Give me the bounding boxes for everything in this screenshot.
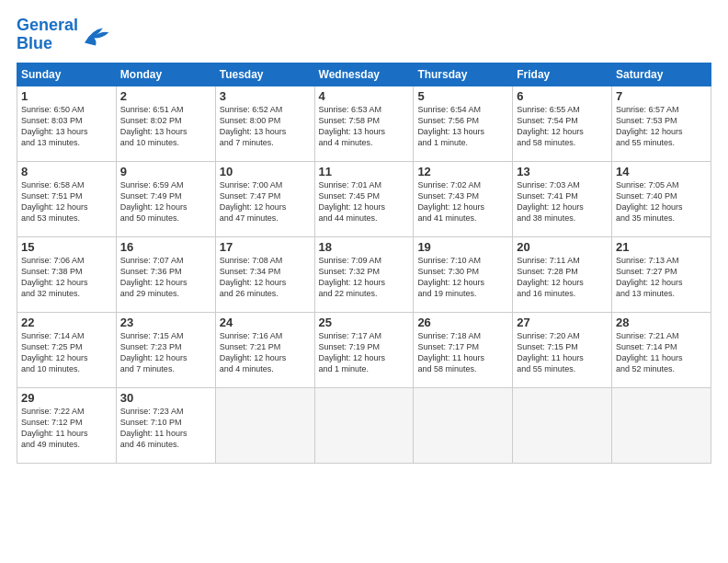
- day-number: 7: [616, 89, 707, 103]
- day-info: Sunrise: 7:08 AM Sunset: 7:34 PM Dayligh…: [220, 255, 311, 300]
- day-number: 4: [319, 89, 410, 103]
- day-info: Sunrise: 7:03 AM Sunset: 7:41 PM Dayligh…: [517, 179, 608, 224]
- day-number: 3: [220, 89, 311, 103]
- col-header-wednesday: Wednesday: [314, 63, 414, 86]
- day-info: Sunrise: 7:16 AM Sunset: 7:21 PM Dayligh…: [220, 330, 311, 375]
- day-info: Sunrise: 7:14 AM Sunset: 7:25 PM Dayligh…: [21, 330, 112, 375]
- day-info: Sunrise: 7:23 AM Sunset: 7:10 PM Dayligh…: [120, 406, 211, 451]
- day-info: Sunrise: 7:00 AM Sunset: 7:47 PM Dayligh…: [220, 179, 311, 224]
- day-info: Sunrise: 7:07 AM Sunset: 7:36 PM Dayligh…: [120, 255, 211, 300]
- day-info: Sunrise: 7:02 AM Sunset: 7:43 PM Dayligh…: [417, 179, 508, 224]
- day-info: Sunrise: 6:57 AM Sunset: 7:53 PM Dayligh…: [616, 104, 707, 149]
- day-number: 10: [220, 165, 311, 178]
- day-cell: 7Sunrise: 6:57 AM Sunset: 7:53 PM Daylig…: [612, 86, 711, 161]
- day-number: 17: [220, 240, 311, 254]
- day-cell: 6Sunrise: 6:55 AM Sunset: 7:54 PM Daylig…: [513, 86, 612, 161]
- day-cell: 2Sunrise: 6:51 AM Sunset: 8:02 PM Daylig…: [116, 86, 215, 161]
- day-cell: 21Sunrise: 7:13 AM Sunset: 7:27 PM Dayli…: [612, 236, 711, 312]
- day-cell: 4Sunrise: 6:53 AM Sunset: 7:58 PM Daylig…: [314, 86, 414, 161]
- col-header-monday: Monday: [116, 63, 215, 86]
- day-info: Sunrise: 7:21 AM Sunset: 7:14 PM Dayligh…: [616, 330, 707, 375]
- col-header-friday: Friday: [513, 63, 612, 86]
- empty-cell: [314, 387, 414, 463]
- day-cell: 17Sunrise: 7:08 AM Sunset: 7:34 PM Dayli…: [215, 236, 314, 312]
- day-cell: 19Sunrise: 7:10 AM Sunset: 7:30 PM Dayli…: [414, 236, 513, 312]
- day-number: 24: [220, 316, 311, 329]
- day-number: 25: [319, 316, 410, 329]
- day-number: 13: [517, 165, 608, 178]
- empty-cell: [612, 387, 711, 463]
- day-cell: 3Sunrise: 6:52 AM Sunset: 8:00 PM Daylig…: [215, 86, 314, 161]
- day-number: 22: [21, 316, 112, 329]
- day-info: Sunrise: 6:55 AM Sunset: 7:54 PM Dayligh…: [517, 104, 608, 149]
- day-info: Sunrise: 7:09 AM Sunset: 7:32 PM Dayligh…: [319, 255, 410, 300]
- day-info: Sunrise: 6:59 AM Sunset: 7:49 PM Dayligh…: [120, 179, 211, 224]
- calendar-week-row: 8Sunrise: 6:58 AM Sunset: 7:51 PM Daylig…: [17, 161, 711, 236]
- day-info: Sunrise: 7:11 AM Sunset: 7:28 PM Dayligh…: [517, 255, 608, 300]
- day-cell: 12Sunrise: 7:02 AM Sunset: 7:43 PM Dayli…: [414, 161, 513, 236]
- day-cell: 24Sunrise: 7:16 AM Sunset: 7:21 PM Dayli…: [215, 312, 314, 387]
- calendar-week-row: 22Sunrise: 7:14 AM Sunset: 7:25 PM Dayli…: [17, 312, 711, 387]
- empty-cell: [414, 387, 513, 463]
- day-cell: 27Sunrise: 7:20 AM Sunset: 7:15 PM Dayli…: [513, 312, 612, 387]
- logo-blue: Blue: [17, 35, 78, 53]
- day-cell: 13Sunrise: 7:03 AM Sunset: 7:41 PM Dayli…: [513, 161, 612, 236]
- day-number: 5: [417, 89, 508, 103]
- day-cell: 20Sunrise: 7:11 AM Sunset: 7:28 PM Dayli…: [513, 236, 612, 312]
- day-number: 23: [120, 316, 211, 329]
- day-cell: 15Sunrise: 7:06 AM Sunset: 7:38 PM Dayli…: [17, 236, 117, 312]
- day-info: Sunrise: 6:53 AM Sunset: 7:58 PM Dayligh…: [319, 104, 410, 149]
- day-info: Sunrise: 7:05 AM Sunset: 7:40 PM Dayligh…: [616, 179, 707, 224]
- day-info: Sunrise: 7:20 AM Sunset: 7:15 PM Dayligh…: [517, 330, 608, 375]
- day-info: Sunrise: 7:22 AM Sunset: 7:12 PM Dayligh…: [21, 406, 112, 451]
- day-info: Sunrise: 7:18 AM Sunset: 7:17 PM Dayligh…: [417, 330, 508, 375]
- day-cell: 29Sunrise: 7:22 AM Sunset: 7:12 PM Dayli…: [17, 387, 117, 463]
- day-number: 28: [616, 316, 707, 329]
- calendar-week-row: 1Sunrise: 6:50 AM Sunset: 8:03 PM Daylig…: [17, 86, 711, 161]
- day-number: 26: [417, 316, 508, 329]
- logo: General Blue: [17, 17, 110, 53]
- day-info: Sunrise: 7:15 AM Sunset: 7:23 PM Dayligh…: [120, 330, 211, 375]
- day-cell: 8Sunrise: 6:58 AM Sunset: 7:51 PM Daylig…: [17, 161, 117, 236]
- day-info: Sunrise: 6:52 AM Sunset: 8:00 PM Dayligh…: [220, 104, 311, 149]
- day-number: 12: [417, 165, 508, 178]
- day-info: Sunrise: 7:13 AM Sunset: 7:27 PM Dayligh…: [616, 255, 707, 300]
- day-number: 15: [21, 240, 112, 254]
- empty-cell: [513, 387, 612, 463]
- day-cell: 30Sunrise: 7:23 AM Sunset: 7:10 PM Dayli…: [116, 387, 215, 463]
- day-info: Sunrise: 7:06 AM Sunset: 7:38 PM Dayligh…: [21, 255, 112, 300]
- header: General Blue: [17, 17, 711, 53]
- col-header-sunday: Sunday: [17, 63, 117, 86]
- logo-bird-icon: [81, 22, 110, 48]
- col-header-thursday: Thursday: [414, 63, 513, 86]
- day-cell: 23Sunrise: 7:15 AM Sunset: 7:23 PM Dayli…: [116, 312, 215, 387]
- day-info: Sunrise: 6:58 AM Sunset: 7:51 PM Dayligh…: [21, 179, 112, 224]
- day-cell: 10Sunrise: 7:00 AM Sunset: 7:47 PM Dayli…: [215, 161, 314, 236]
- day-number: 8: [21, 165, 112, 178]
- col-header-saturday: Saturday: [612, 63, 711, 86]
- day-number: 1: [21, 89, 112, 103]
- day-cell: 16Sunrise: 7:07 AM Sunset: 7:36 PM Dayli…: [116, 236, 215, 312]
- day-cell: 14Sunrise: 7:05 AM Sunset: 7:40 PM Dayli…: [612, 161, 711, 236]
- calendar-page: General Blue SundayMondayTuesdayWednesda…: [0, 0, 728, 473]
- day-info: Sunrise: 6:50 AM Sunset: 8:03 PM Dayligh…: [21, 104, 112, 149]
- day-cell: 11Sunrise: 7:01 AM Sunset: 7:45 PM Dayli…: [314, 161, 414, 236]
- calendar-table: SundayMondayTuesdayWednesdayThursdayFrid…: [17, 63, 711, 464]
- day-number: 18: [319, 240, 410, 254]
- day-cell: 22Sunrise: 7:14 AM Sunset: 7:25 PM Dayli…: [17, 312, 117, 387]
- day-info: Sunrise: 7:17 AM Sunset: 7:19 PM Dayligh…: [319, 330, 410, 375]
- day-number: 14: [616, 165, 707, 178]
- day-number: 9: [120, 165, 211, 178]
- col-header-tuesday: Tuesday: [215, 63, 314, 86]
- day-info: Sunrise: 7:10 AM Sunset: 7:30 PM Dayligh…: [417, 255, 508, 300]
- day-cell: 1Sunrise: 6:50 AM Sunset: 8:03 PM Daylig…: [17, 86, 117, 161]
- empty-cell: [215, 387, 314, 463]
- calendar-week-row: 29Sunrise: 7:22 AM Sunset: 7:12 PM Dayli…: [17, 387, 711, 463]
- day-info: Sunrise: 7:01 AM Sunset: 7:45 PM Dayligh…: [319, 179, 410, 224]
- day-cell: 26Sunrise: 7:18 AM Sunset: 7:17 PM Dayli…: [414, 312, 513, 387]
- day-number: 16: [120, 240, 211, 254]
- day-cell: 5Sunrise: 6:54 AM Sunset: 7:56 PM Daylig…: [414, 86, 513, 161]
- day-number: 27: [517, 316, 608, 329]
- calendar-header-row: SundayMondayTuesdayWednesdayThursdayFrid…: [17, 63, 711, 86]
- day-number: 20: [517, 240, 608, 254]
